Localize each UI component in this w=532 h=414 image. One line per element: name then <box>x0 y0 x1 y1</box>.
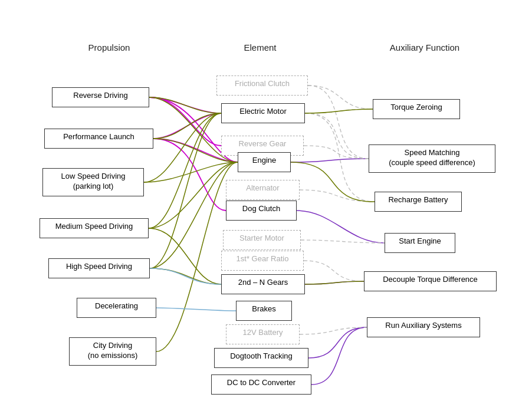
node-e2: Electric Motor <box>221 103 305 123</box>
node-p4: Medium Speed Driving <box>40 218 149 238</box>
node-a1: Torque Zeroing <box>373 99 460 119</box>
node-e5: Alternator <box>226 180 300 200</box>
node-p7: City Driving(no emissions) <box>69 337 156 366</box>
node-e13: DC to DC Converter <box>211 374 311 395</box>
node-p3: Low Speed Driving(parking lot) <box>42 168 144 196</box>
node-e8: 1st* Gear Ratio <box>221 251 304 271</box>
node-a5: Decouple Torque Difference <box>364 271 497 291</box>
node-e12: Dogtooth Tracking <box>214 348 308 368</box>
node-a6: Run Auxiliary Systems <box>367 317 480 337</box>
node-a4: Start Engine <box>385 233 455 253</box>
column-header-h-aux: Auxiliary Function <box>377 42 472 52</box>
column-header-h-prop: Propulsion <box>62 42 156 52</box>
diagram-container: PropulsionElementAuxiliary FunctionRever… <box>0 0 532 414</box>
column-header-h-elem: Element <box>213 42 307 52</box>
node-e4: Engine <box>238 152 291 172</box>
node-e1: Frictional Clutch <box>216 75 308 96</box>
node-p1: Reverse Driving <box>52 87 149 107</box>
node-e7: Starter Motor <box>223 230 301 250</box>
node-p5: High Speed Driving <box>48 258 150 278</box>
node-e11: 12V Battery <box>226 324 300 344</box>
node-e6: Dog Clutch <box>226 201 297 221</box>
node-p6: Decelerating <box>77 298 156 318</box>
node-e9: 2nd – N Gears <box>221 274 305 294</box>
node-a3: Recharge Battery <box>375 192 462 212</box>
node-e10: Brakes <box>236 301 292 321</box>
node-a2: Speed Matching(couple speed difference) <box>369 144 495 173</box>
node-p2: Performance Launch <box>44 129 153 149</box>
